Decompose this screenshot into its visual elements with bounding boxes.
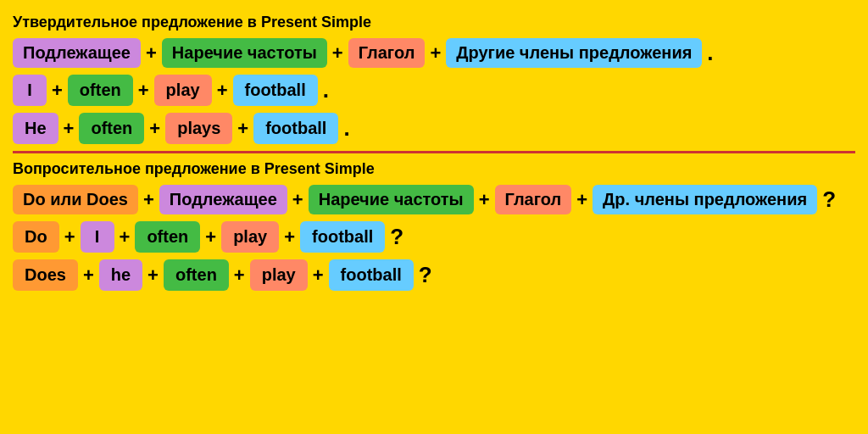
pill-he-2: he (99, 259, 142, 291)
question-3: ? (419, 262, 432, 288)
op-plus-3: + (430, 42, 441, 64)
pill-often-3: often (135, 221, 200, 253)
pill-does: Does (13, 259, 78, 291)
pill-play-3: play (250, 259, 308, 291)
section2-title: Вопросительное предложение в Present Sim… (13, 160, 855, 178)
example-row-4: Does + he + often + play + football ? (13, 259, 855, 291)
dot-2: . (323, 77, 329, 103)
pill-other-label: Другие члены предложения (446, 38, 702, 68)
pill-do: Do (13, 221, 59, 253)
pill-I: I (13, 75, 47, 106)
op-plus-f2-1: + (143, 189, 154, 211)
pill-subject-label: Подлежащее (13, 38, 141, 68)
formula-row-1: Подлежащее + Наречие частоты + Глагол + … (13, 38, 855, 68)
op-plus-e2-3: + (237, 118, 248, 140)
pill-often-4: often (164, 259, 229, 291)
pill-football-4: football (329, 259, 414, 291)
pill-he: He (13, 113, 58, 144)
pill-play-2: play (221, 221, 279, 253)
section-divider (13, 151, 855, 153)
section1-title: Утвердительное предложение в Present Sim… (13, 14, 855, 31)
pill-verb-label: Глагол (348, 38, 426, 68)
op-plus-1: + (146, 42, 157, 64)
question-2: ? (390, 224, 403, 250)
pill-verb-label-2: Глагол (495, 185, 572, 214)
op-plus-e2-1: + (64, 118, 75, 140)
pill-football-1: football (233, 75, 318, 106)
pill-often-2: often (79, 113, 144, 144)
pill-other-label-2: Др. члены предложения (593, 185, 817, 214)
example-row-2: He + often + plays + football . (13, 113, 855, 144)
dot-1: . (707, 40, 713, 66)
op-plus-e1-3: + (217, 80, 228, 102)
op-plus-e3-4: + (284, 226, 295, 248)
pill-adverb-label-2: Наречие частоты (309, 185, 474, 214)
pill-often-1: often (68, 75, 133, 106)
pill-play-1: play (154, 75, 212, 106)
op-plus-e4-3: + (234, 264, 245, 287)
op-plus-f2-3: + (479, 189, 490, 211)
op-plus-e3-2: + (120, 226, 131, 248)
pill-football-2: football (253, 113, 338, 144)
op-plus-e1-1: + (52, 80, 63, 102)
op-plus-e4-2: + (147, 264, 159, 287)
dot-3: . (343, 115, 349, 142)
pill-football-3: football (300, 221, 385, 253)
pill-dodoes-label: Do или Does (13, 185, 138, 214)
pill-plays: plays (165, 113, 232, 144)
pill-subject-label-2: Подлежащее (159, 185, 287, 214)
pill-adverb-label: Наречие частоты (162, 38, 327, 68)
example-row-1: I + often + play + football . (13, 75, 855, 106)
op-plus-e2-2: + (149, 118, 160, 140)
op-plus-e1-2: + (138, 80, 149, 102)
op-plus-2: + (332, 42, 343, 64)
formula-row-2: Do или Does + Подлежащее + Наречие часто… (13, 185, 855, 214)
op-plus-e3-3: + (205, 226, 216, 248)
op-plus-f2-2: + (292, 189, 303, 211)
question-1: ? (822, 186, 836, 213)
op-plus-f2-4: + (576, 189, 587, 211)
op-plus-e3-1: + (64, 226, 75, 248)
op-plus-e4-4: + (313, 264, 324, 287)
pill-I-2: I (81, 221, 114, 253)
op-plus-e4-1: + (83, 264, 94, 287)
example-row-3: Do + I + often + play + football ? (13, 221, 855, 253)
